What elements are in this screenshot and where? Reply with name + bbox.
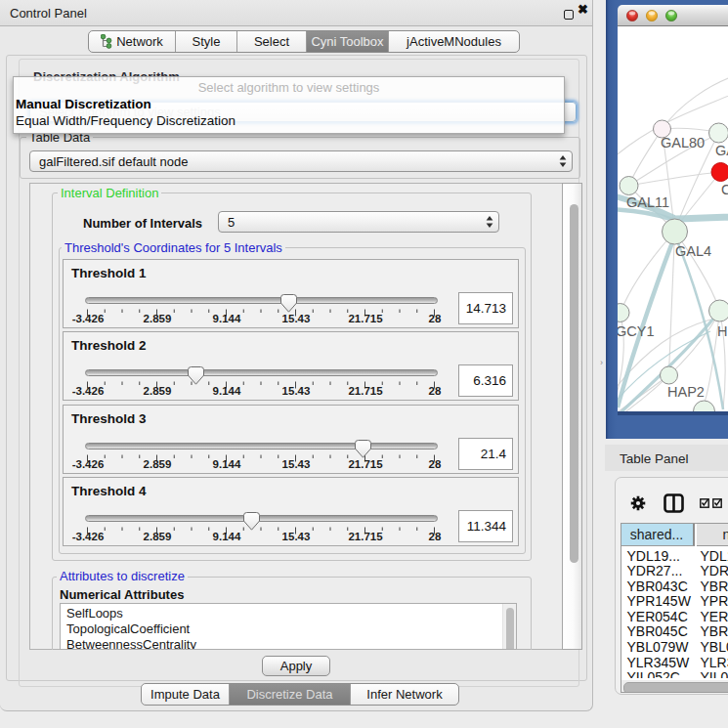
svg-text:GAL4: GAL4 [675,243,711,259]
svg-text:GA: GA [715,143,728,158]
svg-text:C: C [721,182,728,197]
svg-text:HAP2: HAP2 [667,384,705,400]
svg-text:GAL80: GAL80 [661,135,705,150]
svg-text:GCY1: GCY1 [618,323,655,339]
svg-text:GAL11: GAL11 [626,194,669,210]
svg-text:H: H [717,323,727,339]
